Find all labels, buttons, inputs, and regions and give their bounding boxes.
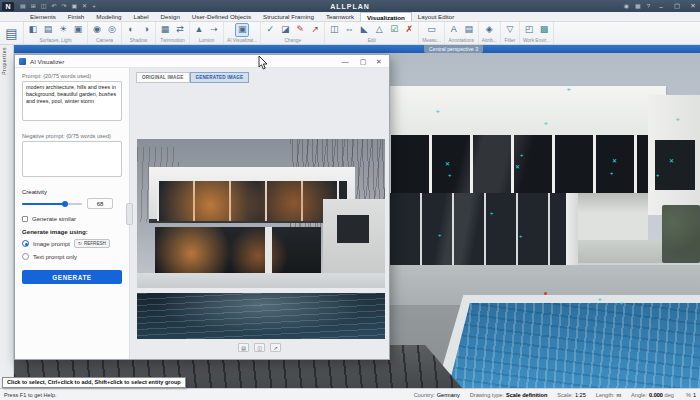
camera-icon[interactable]: ◉ [91,24,103,36]
shadow-icon[interactable]: ◐ [125,24,137,36]
app-titlebar: N ▤ ⊞ ◫ ↶ ↷ ▣ ✕ + ALLPLAN ◉ ▦ ? – ▢ ✕ [0,0,700,12]
tab-original-image[interactable]: ORIGINAL IMAGE [136,72,190,83]
tab-elements[interactable]: Elements [24,12,62,21]
layers-icon[interactable]: ◰ [523,24,535,36]
selection-marker-icon: + [490,210,494,216]
refresh-button[interactable]: ↻REFRESH [74,239,110,248]
negative-prompt-input[interactable] [22,141,122,177]
close-button[interactable]: ✕ [688,2,698,10]
tab-user-defined-objects[interactable]: User-Defined Objects [186,12,257,21]
save-icon[interactable]: ◫ [41,1,47,11]
group-filter: ▽ Filter [501,22,520,44]
group-label: Surfaces, Light [40,38,72,43]
hedge [662,205,700,263]
surfaces-icon[interactable]: ▤ [42,24,54,36]
plus-icon[interactable]: + [92,1,96,11]
modify-surface-icon[interactable]: ◪ [279,24,291,36]
slider-thumb[interactable] [62,201,68,207]
new-document-icon[interactable]: ▤ [20,1,26,11]
text-icon[interactable]: A [448,24,460,36]
objects-palette-button[interactable]: ▤ [0,22,24,44]
properties-palette[interactable]: Properties [0,45,14,388]
dialog-preview-pane: ORIGINAL IMAGE GENERATED IMAGE ▤ ◫ ↗ [129,68,389,359]
render-icon[interactable]: ▣ [72,24,84,36]
mirror-icon[interactable]: ⇔ [343,24,355,36]
maximize-button[interactable]: ▢ [672,2,682,10]
copy-image-icon[interactable]: ◫ [254,343,265,352]
tab-finish[interactable]: Finish [62,12,91,21]
tab-design[interactable]: Design [155,12,186,21]
creativity-slider[interactable] [22,203,82,205]
dialog-titlebar[interactable]: AI Visualizer — ▢ ✕ [15,55,389,68]
minimize-button[interactable]: – [656,3,666,10]
drawing-type-field[interactable]: Drawing type:Scale definition [470,392,548,398]
preview-pool-water [137,293,385,339]
rotate-icon[interactable]: ◣ [358,24,370,36]
user-icon[interactable]: ◉ [624,1,629,11]
image-prompt-radio[interactable] [22,240,29,247]
connect-icon[interactable]: ▦ [635,1,641,11]
length-field[interactable]: Length:m [596,392,621,398]
lumion-export-icon[interactable]: ▲ [193,24,205,36]
workspace-icon[interactable]: ▩ [538,24,550,36]
palette-title: Properties [1,47,7,75]
twinmotion-sync-icon[interactable]: ⇄ [174,24,186,36]
tab-layout-editor[interactable]: Layout Editor [412,12,460,21]
status-tooltip: Click to select, Ctrl+click to add, Shif… [2,377,186,388]
edit-pencil-icon[interactable]: ✎ [294,24,306,36]
angle-field[interactable]: Angle:0.000 deg [631,392,676,398]
ribbon-tabs: Elements Finish Modeling Label Design Us… [0,12,700,22]
dialog-close-button[interactable]: ✕ [371,55,387,68]
generate-similar-checkbox[interactable] [22,216,28,222]
tab-generated-image[interactable]: GENERATED IMAGE [190,72,250,83]
lumion-sync-icon[interactable]: ⇢ [208,24,220,36]
dialog-minimize-button[interactable]: — [337,55,353,68]
help-icon[interactable]: ? [647,1,650,11]
tab-visualization[interactable]: Visualization [360,12,412,21]
generate-button[interactable]: GENERATE [22,270,122,284]
redo-icon[interactable]: ↷ [61,1,66,11]
scale-icon[interactable]: △ [373,24,385,36]
annotation-icon[interactable]: ▤ [463,24,475,36]
tab-modeling[interactable]: Modeling [90,12,127,21]
confirm-icon[interactable]: ☑ [388,24,400,36]
viewport-view-tab[interactable]: Central perspective 3 [424,45,483,53]
shadow-settings-icon[interactable]: ◑ [140,24,152,36]
creativity-value[interactable]: 68 [87,198,113,209]
text-prompt-radio[interactable] [22,253,29,260]
copy-element-icon[interactable]: ◫ [328,24,340,36]
allplan-logo[interactable]: N [2,2,14,11]
generate-similar-label: Generate similar [32,216,76,222]
copy-icon[interactable]: ▣ [71,1,77,11]
selection-marker-icon: + [656,172,660,178]
twinmotion-export-icon[interactable]: ▦ [159,24,171,36]
tab-label[interactable]: Label [127,12,154,21]
tab-structural-framing[interactable]: Structural Framing [257,12,320,21]
prompt-input[interactable]: modern architecture, hills and trees in … [22,81,122,121]
camera-path-icon[interactable]: ◎ [106,24,118,36]
refresh-label: REFRESH [84,241,106,246]
attributes-icon[interactable]: ◈ [483,24,495,36]
measure-icon[interactable]: ▭ [426,24,438,36]
country-field[interactable]: Country:Germany [414,392,460,398]
light-icon[interactable]: ☀ [57,24,69,36]
delete-icon[interactable]: ✕ [82,1,87,11]
open-external-icon[interactable]: ↗ [270,343,281,352]
group-label: Annotations [449,38,474,43]
custom-surfaces-icon[interactable]: ◧ [27,24,39,36]
move-icon[interactable]: ↗ [309,24,321,36]
save-image-icon[interactable]: ▤ [238,343,249,352]
delete-element-icon[interactable]: ✗ [403,24,415,36]
undo-icon[interactable]: ↶ [51,1,56,11]
panel-splitter-handle[interactable] [126,203,133,225]
open-icon[interactable]: ⊞ [31,1,36,11]
dialog-controls-panel: Prompt: (20/75 words used) modern archit… [15,68,129,359]
tab-teamwork[interactable]: Teamwork [320,12,360,21]
selection-cross-icon: ✕ [445,161,450,167]
percent-field[interactable]: %1 [686,392,696,398]
scale-field[interactable]: Scale:1:25 [557,392,585,398]
apply-icon[interactable]: ✓ [264,24,276,36]
filter-icon[interactable]: ▽ [504,24,516,36]
ai-visualizer-icon[interactable]: ▣ [236,24,248,36]
dialog-maximize-button[interactable]: ▢ [355,55,371,68]
